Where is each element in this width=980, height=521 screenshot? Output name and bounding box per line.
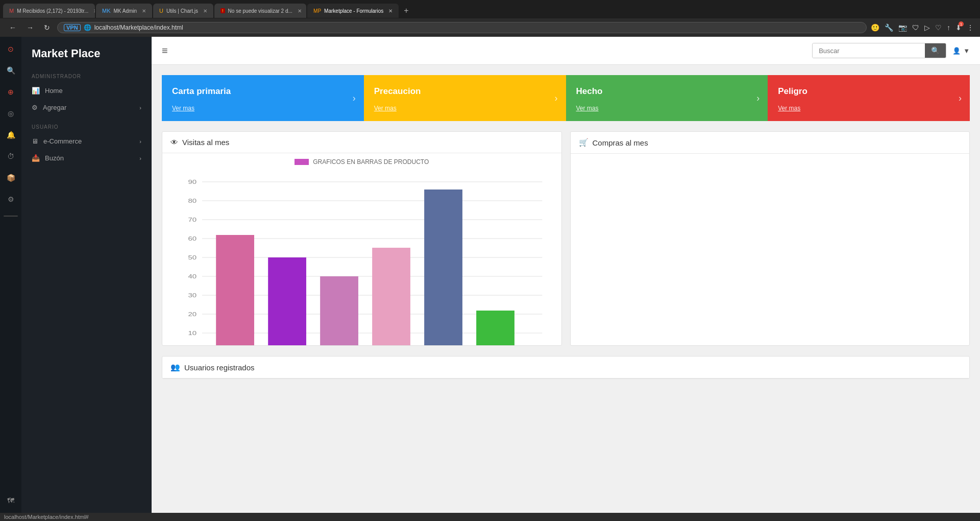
address-bar[interactable]: VPN 🌐 localhost/Marketplace/index.html [57, 22, 867, 33]
legend-color-box [295, 159, 309, 165]
card-warning-arrow: › [555, 93, 558, 104]
topbar: ≡ 🔍 👤 ▼ [152, 37, 980, 65]
card-primary-link[interactable]: Ver mas [172, 105, 354, 112]
card-success: Hecho Ver mas › [566, 75, 768, 121]
sidebar-item-ecommerce-label: e-Commerce [43, 137, 82, 145]
extensions-icon[interactable]: 🔧 [885, 23, 893, 32]
bar-refresco [216, 235, 254, 345]
tab-close-chartjs[interactable]: ✕ [203, 8, 207, 14]
sidebar-icon-clock[interactable]: ⏱ [4, 149, 18, 163]
bar-leche [476, 311, 514, 345]
sidebar-icon-box[interactable]: 📦 [4, 171, 18, 185]
back-button[interactable]: ← [6, 22, 19, 33]
app: ⊙ 🔍 ⊕ ◎ 🔔 ⏱ 📦 ⚙ 🗺 Market Place ADMINISTR… [0, 37, 980, 513]
search-box: 🔍 [812, 43, 946, 58]
new-tab-button[interactable]: + [400, 6, 412, 15]
shield-icon[interactable]: 🛡 [912, 23, 919, 32]
heart-icon[interactable]: ♡ [935, 23, 942, 32]
nav-bar: ← → ↻ VPN 🌐 localhost/Marketplace/index.… [0, 18, 980, 37]
tab-gmail[interactable]: M M Recibidos (2,172) - 20193tr... ✕ [3, 4, 95, 18]
card-warning-link[interactable]: Ver mas [374, 105, 556, 112]
emoji-icon[interactable]: 🙂 [871, 23, 879, 32]
visitas-panel-header: 👁 Visitas al mes [162, 132, 561, 153]
sidebar-icon-tag[interactable]: ⊕ [4, 85, 18, 99]
search-button[interactable]: 🔍 [925, 43, 946, 58]
card-danger-link[interactable]: Ver mas [778, 105, 960, 112]
tab-mkadmin[interactable]: MK MK Admin ✕ [96, 4, 152, 18]
hamburger-button[interactable]: ≡ [162, 45, 168, 57]
tab-close-mkadmin[interactable]: ✕ [142, 8, 146, 14]
agregar-arrow-icon: › [139, 105, 141, 111]
compras-panel-header: 🛒 Compras al mes [571, 132, 970, 154]
browser-chrome: M M Recibidos (2,172) - 20193tr... ✕ MK … [0, 0, 980, 37]
sidebar-icon-home[interactable]: ⊙ [4, 42, 18, 56]
tab-marketplace[interactable]: MP Marketplace - Formularios ✕ [307, 4, 399, 18]
users-panel-header: 👥 Usuarios registrados [162, 357, 969, 378]
sidebar-icon-alert[interactable]: 🔔 [4, 128, 18, 142]
bar-chocolates [320, 276, 358, 345]
card-success-link[interactable]: Ver mas [576, 105, 758, 112]
status-url: localhost/Marketplace/index.html# [4, 514, 89, 520]
sidebar-item-buzon-label: Buzón [45, 154, 64, 162]
camera-icon[interactable]: 📷 [898, 23, 907, 32]
play-icon[interactable]: ▷ [924, 23, 930, 32]
legend-label: GRAFICOS EN BARRAS DE PRODUCTO [313, 158, 429, 165]
visitas-title: Visitas al mes [182, 138, 229, 147]
browser-nav-icons: 🙂 🔧 📷 🛡 ▷ ♡ ↑ ⬇1 ⋮ [871, 23, 974, 32]
card-danger-arrow: › [959, 93, 962, 104]
cards-row: Carta primaria Ver mas › Precaucion Ver … [162, 75, 970, 121]
card-primary: Carta primaria Ver mas › [162, 75, 364, 121]
user-menu-button[interactable]: 👤 ▼ [952, 47, 970, 55]
visitas-panel-body: GRAFICOS EN BARRAS DE PRODUCTO [162, 153, 561, 345]
main: ≡ 🔍 👤 ▼ Carta primaria Ver mas › [152, 37, 980, 513]
tab-novisualizar[interactable]: ! No se puede visualizar 2 d... ✕ [214, 4, 306, 18]
bar-snack [372, 248, 410, 345]
forward-button[interactable]: → [23, 22, 37, 33]
card-warning: Precaucion Ver mas › [364, 75, 566, 121]
bar-yogurt [424, 190, 462, 345]
card-danger-title: Peligro [778, 86, 960, 97]
tab-close-novisualizar[interactable]: ✕ [298, 8, 302, 14]
card-danger: Peligro Ver mas › [768, 75, 970, 121]
sidebar-item-ecommerce[interactable]: 🖥 e-Commerce › [21, 133, 152, 150]
card-primary-arrow: › [353, 93, 356, 104]
buzon-icon: 📥 [32, 154, 40, 162]
tab-close-marketplace[interactable]: ✕ [388, 8, 393, 14]
refresh-button[interactable]: ↻ [41, 22, 53, 33]
svg-text:70: 70 [188, 217, 197, 223]
svg-text:10: 10 [188, 330, 197, 337]
sidebar-icon-settings[interactable]: ⚙ [4, 192, 18, 206]
card-success-title: Hecho [576, 86, 758, 97]
sidebar-item-home[interactable]: 📊 Home [21, 82, 152, 99]
sidebar-title: Market Place [32, 47, 141, 60]
share-icon[interactable]: ↑ [947, 23, 950, 32]
sidebar-header: Market Place [21, 37, 152, 65]
card-primary-title: Carta primaria [172, 86, 354, 97]
tab-chartjs[interactable]: U Utils | Chart.js ✕ [153, 4, 213, 18]
eye-icon: 👁 [170, 138, 178, 147]
search-input[interactable] [813, 43, 925, 58]
svg-text:50: 50 [188, 254, 197, 261]
users-icon: 👥 [170, 363, 180, 372]
content-area: Carta primaria Ver mas › Precaucion Ver … [152, 65, 980, 513]
sidebar-icon-camera[interactable]: ◎ [4, 106, 18, 121]
sidebar-icon-minus [4, 216, 18, 217]
user-icon: 👤 [952, 47, 961, 55]
chart-legend: GRAFICOS EN BARRAS DE PRODUCTO [167, 158, 556, 165]
sidebar-section-user: USUARIO [21, 116, 152, 133]
svg-text:60: 60 [188, 235, 197, 242]
sidebar-item-buzon[interactable]: 📥 Buzón › [21, 150, 152, 167]
status-bar: localhost/Marketplace/index.html# [0, 513, 980, 521]
tab-close-gmail[interactable]: ✕ [93, 8, 95, 14]
cart-icon: 🛒 [579, 138, 589, 147]
download-icon[interactable]: ⬇1 [955, 23, 962, 32]
sidebar-item-agregar[interactable]: ⚙ Agregar › [21, 99, 152, 116]
sidebar-section-admin: ADMINISTRADOR [21, 65, 152, 82]
svg-text:40: 40 [188, 273, 197, 280]
menu-icon[interactable]: ⋮ [967, 23, 974, 32]
bar-chart-svg: 90 80 70 60 50 40 30 20 10 0 [167, 172, 556, 345]
sidebar-icon-strip: ⊙ 🔍 ⊕ ◎ 🔔 ⏱ 📦 ⚙ 🗺 [0, 37, 21, 513]
sidebar-icon-map[interactable]: 🗺 [4, 493, 18, 508]
compras-panel: 🛒 Compras al mes [570, 131, 970, 346]
sidebar-icon-search[interactable]: 🔍 [4, 63, 18, 78]
